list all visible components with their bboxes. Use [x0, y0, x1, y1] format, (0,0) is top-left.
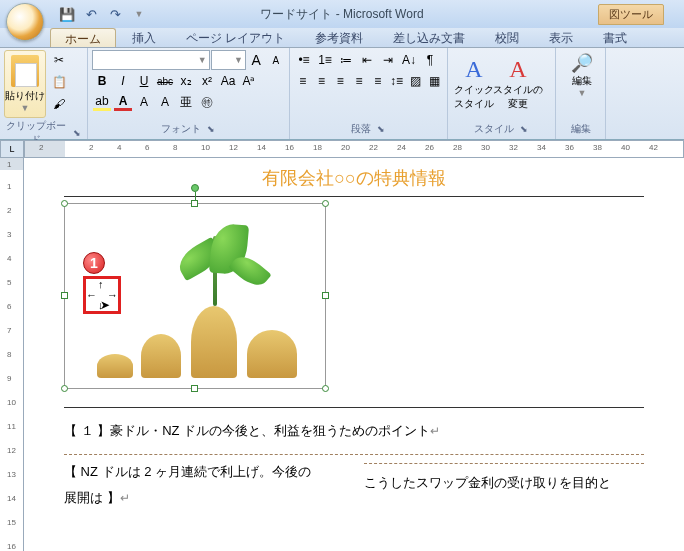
align-center-button[interactable]: ≡	[313, 71, 331, 91]
distribute-button[interactable]: ≡	[369, 71, 387, 91]
increase-indent-button[interactable]: ⇥	[378, 50, 398, 70]
italic-button[interactable]: I	[113, 71, 133, 91]
quick-access-toolbar: 💾 ↶ ↷ ▼	[56, 4, 150, 24]
ribbon-tabs: ホーム 挿入 ページ レイアウト 参考資料 差し込み文書 校閲 表示 書式	[0, 28, 684, 48]
group-font: ▼ ▼ A A B I U abc x₂ x² Aa Aᵃ ab A A A 亜	[88, 48, 290, 139]
align-left-button[interactable]: ≡	[294, 71, 312, 91]
group-label-styles: スタイル	[474, 121, 514, 137]
context-tab-picture-tools[interactable]: 図ツール	[598, 4, 664, 25]
cursor-icon: ➤	[100, 299, 110, 311]
char-shading-button[interactable]: A	[134, 92, 154, 112]
format-painter-button[interactable]: 🖌	[48, 94, 70, 114]
titlebar: 💾 ↶ ↷ ▼ ワードサイト - Microsoft Word 図ツール	[0, 0, 684, 28]
underline-button[interactable]: U	[134, 71, 154, 91]
paste-button[interactable]: 貼り付け ▼	[4, 50, 46, 118]
strikethrough-button[interactable]: abc	[155, 71, 175, 91]
tab-mailings[interactable]: 差し込み文書	[379, 28, 479, 47]
resize-handle-l[interactable]	[61, 292, 68, 299]
font-launcher[interactable]: ⬊	[205, 123, 217, 135]
redo-button[interactable]: ↷	[104, 4, 126, 24]
resize-handle-tl[interactable]	[61, 200, 68, 207]
tab-home[interactable]: ホーム	[50, 28, 116, 47]
font-color-button[interactable]: A	[113, 92, 133, 112]
highlight-button[interactable]: ab	[92, 92, 112, 112]
enclose-char-button[interactable]: ㊕	[197, 92, 217, 112]
resize-handle-tr[interactable]	[322, 200, 329, 207]
separator	[64, 407, 644, 408]
sort-button[interactable]: A↓	[399, 50, 419, 70]
tab-view[interactable]: 表示	[535, 28, 587, 47]
tab-insert[interactable]: 挿入	[118, 28, 170, 47]
resize-handle-r[interactable]	[322, 292, 329, 299]
font-size-combo[interactable]: ▼	[211, 50, 246, 70]
column-right: こうしたスワップ金利の受け取りを目的と	[364, 463, 644, 507]
styles-launcher[interactable]: ⬊	[518, 123, 530, 135]
group-label-editing: 編集	[560, 121, 601, 137]
group-editing: 🔎 編集 ▼ 編集	[556, 48, 606, 139]
change-case-button[interactable]: Aa	[218, 71, 238, 91]
shrink-font-button[interactable]: A	[267, 50, 285, 70]
decrease-indent-button[interactable]: ⇤	[357, 50, 377, 70]
grow-font-button[interactable]: A	[247, 50, 265, 70]
line-spacing-button[interactable]: ↕≡	[388, 71, 406, 91]
group-paragraph: •≡ 1≡ ≔ ⇤ ⇥ A↓ ¶ ≡ ≡ ≡ ≡ ≡ ↕≡ ▨ ▦ 段落 ⬊	[290, 48, 448, 139]
ruler-horizontal-area: L 2 2 4 6 8 10 12 14 16 18 20 22 24 26 2…	[0, 140, 684, 158]
paragraph-launcher[interactable]: ⬊	[375, 123, 387, 135]
group-styles: A クイック スタイル A スタイルの 変更 スタイル ⬊	[448, 48, 556, 139]
char-border-button[interactable]: A	[155, 92, 175, 112]
tab-format[interactable]: 書式	[589, 28, 641, 47]
move-cursor-callout: ↑ ← → ↓ ➤	[83, 276, 121, 314]
ribbon: 貼り付け ▼ ✂ 📋 🖌 クリップボード ⬊ ▼ ▼ A A B I	[0, 48, 684, 140]
font-name-combo[interactable]: ▼	[92, 50, 210, 70]
undo-button[interactable]: ↶	[80, 4, 102, 24]
resize-handle-bl[interactable]	[61, 385, 68, 392]
numbering-button[interactable]: 1≡	[315, 50, 335, 70]
clipboard-launcher[interactable]: ⬊	[72, 127, 83, 139]
bullets-button[interactable]: •≡	[294, 50, 314, 70]
tab-review[interactable]: 校閲	[481, 28, 533, 47]
copy-button[interactable]: 📋	[48, 72, 70, 92]
group-clipboard: 貼り付け ▼ ✂ 📋 🖌 クリップボード ⬊	[0, 48, 88, 139]
page[interactable]: 有限会社○○の特典情報 1	[24, 158, 684, 551]
group-label-font: フォント	[161, 121, 201, 137]
selected-image-frame[interactable]: 1 ↑ ← → ↓ ➤	[64, 203, 326, 389]
qat-customize[interactable]: ▼	[128, 4, 150, 24]
align-right-button[interactable]: ≡	[332, 71, 350, 91]
office-button[interactable]	[6, 3, 44, 41]
editing-button[interactable]: 🔎 編集 ▼	[560, 50, 604, 100]
phonetic-button[interactable]: 亜	[176, 92, 196, 112]
resize-handle-t[interactable]	[191, 200, 198, 207]
callout-marker-1: 1	[83, 252, 105, 274]
clear-format-button[interactable]: Aᵃ	[239, 71, 259, 91]
group-label-paragraph: 段落	[351, 121, 371, 137]
document-area: 1 1 2 3 4 5 6 7 8 9 10 11 12 13 14 15 16…	[0, 158, 684, 551]
ruler-vertical[interactable]: 1 1 2 3 4 5 6 7 8 9 10 11 12 13 14 15 16	[0, 158, 24, 551]
shading-button[interactable]: ▨	[407, 71, 425, 91]
superscript-button[interactable]: x²	[197, 71, 217, 91]
bold-button[interactable]: B	[92, 71, 112, 91]
two-column-block: 【 NZ ドルは 2 ヶ月連続で利上げ。今後の 展開は 】↵ こうしたスワップ金…	[64, 463, 644, 507]
change-styles-button[interactable]: A スタイルの 変更	[496, 50, 540, 116]
resize-handle-b[interactable]	[191, 385, 198, 392]
dashed-separator	[64, 454, 644, 455]
quick-styles-button[interactable]: A クイック スタイル	[452, 50, 496, 116]
paste-label: 貼り付け	[5, 89, 45, 103]
doc-title: 有限会社○○の特典情報	[64, 166, 644, 190]
ruler-horizontal[interactable]: 2 2 4 6 8 10 12 14 16 18 20 22 24 26 28 …	[24, 140, 684, 158]
borders-button[interactable]: ▦	[425, 71, 443, 91]
tab-references[interactable]: 参考資料	[301, 28, 377, 47]
ruler-corner[interactable]: L	[0, 140, 24, 158]
move-icon: ↑ ← → ↓ ➤	[90, 283, 114, 307]
resize-handle-br[interactable]	[322, 385, 329, 392]
column-left: 【 NZ ドルは 2 ヶ月連続で利上げ。今後の 展開は 】↵	[64, 463, 344, 507]
show-marks-button[interactable]: ¶	[420, 50, 440, 70]
subscript-button[interactable]: x₂	[176, 71, 196, 91]
rotate-handle[interactable]	[191, 184, 199, 192]
justify-button[interactable]: ≡	[350, 71, 368, 91]
save-button[interactable]: 💾	[56, 4, 78, 24]
cut-button[interactable]: ✂	[48, 50, 70, 70]
separator	[64, 196, 644, 197]
multilevel-button[interactable]: ≔	[336, 50, 356, 70]
paragraph: 【 １ 】豪ドル・NZ ドルの今後と、利益を狙うためのポイント↵	[64, 422, 644, 440]
tab-page-layout[interactable]: ページ レイアウト	[172, 28, 299, 47]
